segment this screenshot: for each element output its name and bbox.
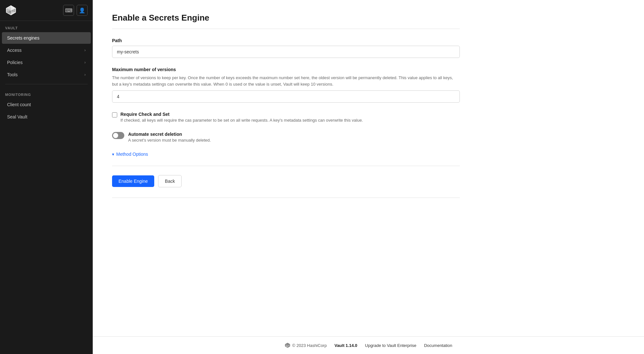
user-icon: 👤	[79, 7, 85, 14]
footer-logo-icon	[285, 342, 290, 348]
sidebar: ⌨ 👤 Vault Secrets engines Access › Polic…	[0, 0, 93, 354]
bottom-divider	[112, 198, 460, 198]
client-count-label: Client count	[7, 102, 31, 107]
footer-upgrade-link[interactable]: Upgrade to Vault Enterprise	[365, 343, 416, 348]
access-label: Access	[7, 48, 22, 53]
method-options-chevron-icon: ▾	[112, 152, 114, 157]
sidebar-item-policies[interactable]: Policies ›	[2, 57, 91, 68]
button-row: Enable Engine Back	[112, 175, 460, 187]
page-title: Enable a Secrets Engine	[112, 13, 460, 23]
toggle-slider	[112, 132, 124, 139]
footer-logo: © 2023 HashiCorp	[285, 342, 327, 348]
secrets-engines-label: Secrets engines	[7, 35, 39, 41]
policies-chevron-icon: ›	[84, 60, 86, 65]
tools-chevron-icon: ›	[84, 72, 86, 77]
max-versions-field-group: Maximum number of versions The number of…	[112, 67, 460, 103]
method-options-label: Method Options	[116, 152, 148, 157]
footer: © 2023 HashiCorp Vault 1.14.0 Upgrade to…	[93, 336, 644, 354]
access-chevron-icon: ›	[84, 48, 86, 52]
sidebar-item-seal-vault[interactable]: Seal Vault	[2, 111, 91, 123]
tools-label: Tools	[7, 72, 18, 77]
vault-section-label: Vault	[0, 21, 93, 32]
sidebar-item-client-count[interactable]: Client count	[2, 99, 91, 110]
terminal-button[interactable]: ⌨	[63, 5, 74, 16]
sidebar-item-access[interactable]: Access ›	[2, 44, 91, 56]
max-versions-label: Maximum number of versions	[112, 67, 460, 72]
footer-copyright: © 2023 HashiCorp	[292, 343, 327, 348]
path-label: Path	[112, 38, 460, 43]
sidebar-item-secrets-engines[interactable]: Secrets engines	[2, 32, 91, 44]
monitoring-section-label: Monitoring	[0, 88, 93, 98]
terminal-icon: ⌨	[65, 7, 72, 14]
vault-logo-svg	[5, 5, 17, 16]
max-versions-input[interactable]	[112, 90, 460, 103]
require-check-desc: If checked, all keys will require the ca…	[120, 118, 363, 123]
path-field-group: Path	[112, 38, 460, 58]
vault-logo	[5, 5, 17, 16]
sidebar-header: ⌨ 👤	[0, 0, 93, 21]
sidebar-divider	[5, 84, 88, 84]
require-check-labels: Require Check and Set If checked, all ke…	[120, 112, 363, 123]
title-divider	[112, 29, 460, 29]
policies-label: Policies	[7, 60, 23, 65]
require-check-checkbox[interactable]	[112, 112, 117, 117]
require-check-row: Require Check and Set If checked, all ke…	[112, 112, 460, 123]
section-divider	[112, 166, 460, 166]
automate-delete-desc: A secret's version must be manually dele…	[128, 138, 211, 143]
method-options-row[interactable]: ▾ Method Options	[112, 152, 460, 157]
max-versions-description: The number of versions to keep per key. …	[112, 75, 460, 87]
back-button[interactable]: Back	[158, 175, 182, 187]
seal-vault-label: Seal Vault	[7, 114, 27, 119]
sidebar-item-tools[interactable]: Tools ›	[2, 69, 91, 80]
footer-version: Vault 1.14.0	[335, 343, 357, 348]
main-content-area: Enable a Secrets Engine Path Maximum num…	[93, 0, 644, 354]
footer-docs-link[interactable]: Documentation	[424, 343, 452, 348]
form-container: Enable a Secrets Engine Path Maximum num…	[93, 0, 479, 336]
automate-delete-title: Automate secret deletion	[128, 132, 211, 137]
enable-engine-button[interactable]: Enable Engine	[112, 175, 154, 187]
path-input[interactable]	[112, 46, 460, 58]
automate-delete-row: Automate secret deletion A secret's vers…	[112, 132, 460, 143]
require-check-title: Require Check and Set	[120, 112, 363, 117]
sidebar-header-icons: ⌨ 👤	[63, 5, 88, 16]
automate-delete-labels: Automate secret deletion A secret's vers…	[128, 132, 211, 143]
user-button[interactable]: 👤	[77, 5, 88, 16]
automate-delete-toggle[interactable]	[112, 132, 124, 139]
